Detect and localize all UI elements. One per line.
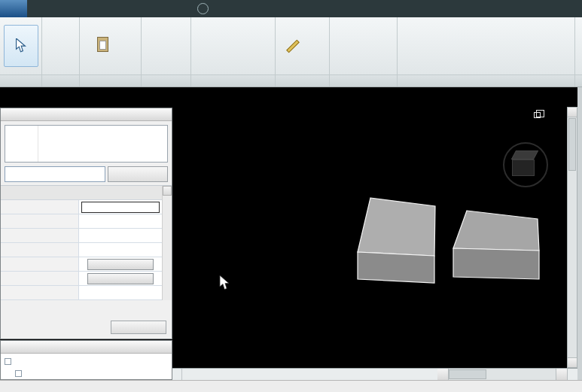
temporary-hide-icon[interactable]: [298, 369, 315, 380]
tab-structure[interactable]: [41, 0, 54, 17]
cope-icon[interactable]: [453, 46, 469, 62]
tab-addins[interactable]: [163, 0, 176, 17]
rendering-dialog-icon[interactable]: [248, 369, 265, 380]
join-geometry-button[interactable]: [217, 49, 233, 61]
tab-view[interactable]: [136, 0, 149, 17]
tab-massing-site[interactable]: [108, 0, 122, 17]
sun-path-icon[interactable]: [215, 369, 232, 380]
show-crop-icon[interactable]: [282, 369, 298, 380]
tab-family-library-master[interactable]: [176, 0, 190, 17]
match-properties-icon[interactable]: [485, 46, 501, 62]
create-similar-icon[interactable]: [364, 33, 376, 45]
rotate-icon[interactable]: [485, 28, 501, 44]
paste-icon[interactable]: [97, 37, 108, 52]
project-browser-header[interactable]: [1, 341, 172, 354]
modify-button[interactable]: [4, 25, 38, 67]
delete-selection-icon[interactable]: [553, 46, 567, 59]
graphics-section-header[interactable]: [1, 186, 162, 200]
tab-collaborate[interactable]: [122, 0, 136, 17]
create-group-icon[interactable]: [347, 33, 359, 45]
shadows-icon[interactable]: [232, 369, 248, 380]
view-selector-combo[interactable]: [5, 166, 105, 182]
create-assembly-icon[interactable]: [347, 47, 359, 59]
horizontal-scrollbar[interactable]: [437, 368, 567, 380]
copy-tool-icon[interactable]: [469, 28, 485, 44]
detail-level-icon[interactable]: [182, 369, 199, 380]
properties-header[interactable]: [1, 108, 172, 121]
geometry-join-icon[interactable]: [501, 46, 516, 62]
split-icon[interactable]: [406, 46, 422, 62]
restore-icon[interactable]: [531, 110, 543, 120]
cut-geometry-button[interactable]: [217, 31, 233, 43]
discipline-field[interactable]: [79, 286, 162, 299]
detail-level-field[interactable]: [79, 229, 162, 242]
close-icon[interactable]: [549, 110, 561, 120]
type-selector[interactable]: [5, 125, 168, 163]
view-scale-field[interactable]: [81, 202, 160, 213]
measure-ruler-icon[interactable]: [286, 39, 300, 53]
match-type-icon[interactable]: [112, 55, 124, 67]
tree-item-views[interactable]: [5, 355, 172, 367]
selection-box-icon[interactable]: [364, 369, 381, 380]
apply-button[interactable]: [111, 321, 166, 334]
parts-visibility-field[interactable]: [79, 243, 162, 257]
pin-icon[interactable]: [524, 32, 538, 45]
edit-type-button[interactable]: [108, 166, 168, 182]
vertical-scrollbar[interactable]: [567, 107, 577, 368]
display-options-edit-button[interactable]: [87, 273, 154, 284]
tab-architecture[interactable]: [27, 0, 41, 17]
wall-joins-icon[interactable]: [524, 46, 538, 59]
reveal-hidden-icon[interactable]: [315, 369, 331, 380]
tab-analyze[interactable]: [95, 0, 108, 17]
viewcube[interactable]: [502, 141, 549, 188]
create-parts-icon[interactable]: [364, 47, 376, 59]
model-box-right[interactable]: [453, 211, 539, 279]
app-button[interactable]: [0, 0, 27, 17]
move-icon[interactable]: [453, 28, 469, 44]
align-icon[interactable]: [406, 28, 422, 44]
properties-palette-icon[interactable]: [53, 29, 69, 44]
beam-joins-icon[interactable]: [538, 46, 553, 59]
horizontal-scroll-thumb[interactable]: [449, 369, 486, 379]
steering-wheel-button[interactable]: [567, 368, 577, 380]
vertical-scroll-thumb[interactable]: [568, 118, 576, 171]
tab-manage[interactable]: [149, 0, 163, 17]
constraints-icon[interactable]: [348, 369, 364, 380]
tab-insert[interactable]: [68, 0, 81, 17]
analytical-display-icon[interactable]: [331, 369, 348, 380]
scroll-up-icon[interactable]: [568, 108, 577, 117]
trim-icon[interactable]: [501, 28, 516, 44]
paint-icon[interactable]: [237, 32, 249, 44]
properties-scroll-up-icon[interactable]: [163, 186, 172, 196]
close-inactive-windows-icon[interactable]: [167, 33, 179, 45]
tab-systems[interactable]: [54, 0, 68, 17]
tab-annotate[interactable]: [81, 0, 95, 17]
scroll-down-icon[interactable]: [568, 357, 577, 367]
viewcube-front-face[interactable]: [512, 160, 535, 176]
demolish-icon[interactable]: [237, 47, 249, 59]
expand-icon[interactable]: [15, 370, 22, 377]
scale-control[interactable]: [172, 369, 182, 380]
visual-style-icon[interactable]: [199, 369, 215, 380]
model-box-left[interactable]: [358, 198, 435, 283]
properties-scrollbar[interactable]: [162, 186, 172, 300]
collapse-icon[interactable]: [5, 358, 11, 365]
paint-tool-icon[interactable]: [469, 46, 485, 62]
cut-icon[interactable]: [112, 25, 124, 37]
cut-profile-icon[interactable]: [150, 47, 162, 59]
tree-item-floor-plans[interactable]: [15, 367, 172, 379]
offset-icon[interactable]: [422, 28, 437, 44]
crop-view-icon[interactable]: [265, 369, 282, 380]
delete-icon[interactable]: [553, 32, 567, 45]
angle-dimension-icon[interactable]: [308, 40, 320, 52]
copy-icon[interactable]: [112, 40, 124, 52]
viewcube-top-face[interactable]: [511, 150, 538, 160]
ribbon-cycle-button[interactable]: [197, 3, 209, 14]
render-icon[interactable]: [167, 47, 179, 59]
scroll-right-icon[interactable]: [556, 369, 567, 380]
scroll-left-icon[interactable]: [437, 369, 449, 380]
unpin-icon[interactable]: [538, 32, 553, 45]
family-types-icon[interactable]: [53, 47, 69, 62]
scale-icon[interactable]: [437, 46, 453, 62]
mirror-icon[interactable]: [437, 28, 453, 44]
